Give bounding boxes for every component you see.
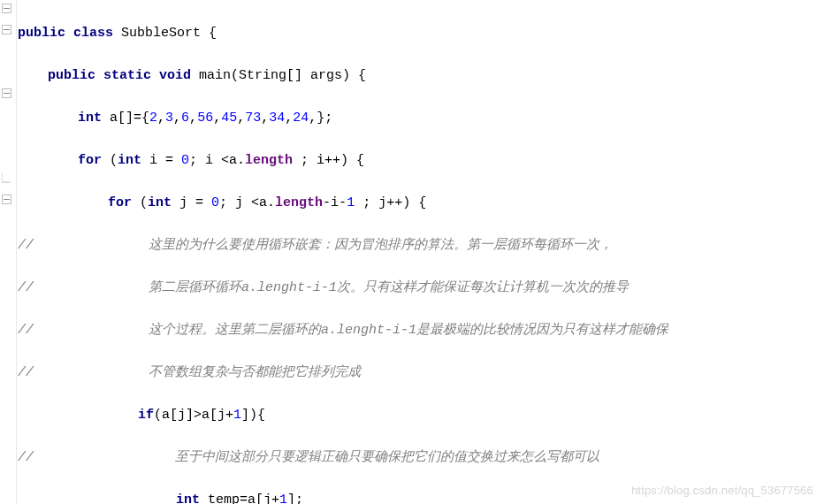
comment: 不管数组复杂与否都能把它排列完成 bbox=[149, 365, 361, 380]
code-line: public static void main(String[] args) { bbox=[18, 65, 824, 87]
gutter bbox=[0, 0, 17, 504]
code-line: //至于中间这部分只要逻辑正确只要确保把它们的值交换过来怎么写都可以 bbox=[18, 447, 824, 469]
code-line: for (int i = 0; i <a.length ; i++) { bbox=[18, 150, 824, 172]
kw-public-class: public class bbox=[18, 26, 113, 41]
fold-for-icon[interactable] bbox=[2, 88, 14, 101]
code-line: public class SubbleSort { bbox=[18, 23, 824, 44]
comment: 第二层循环循环a.lenght-i-1次。只有这样才能保证每次让计算机一次次的推… bbox=[149, 280, 629, 295]
class-name: SubbleSort bbox=[113, 26, 209, 41]
comment: 至于中间这部分只要逻辑正确只要确保把它们的值交换过来怎么写都可以 bbox=[175, 450, 599, 465]
method-main: main bbox=[191, 68, 231, 83]
code-line: for (int j = 0; j <a.length-i-1 ; j++) { bbox=[18, 193, 824, 214]
code-line: //第二层循环循环a.lenght-i-1次。只有这样才能保证每次让计算机一次次… bbox=[18, 278, 824, 299]
watermark: https://blog.csdn.net/qq_53677566 bbox=[631, 484, 813, 497]
fold-if-icon[interactable] bbox=[2, 195, 14, 207]
fold-class-icon[interactable] bbox=[2, 4, 14, 16]
comment: 这里的为什么要使用循环嵌套：因为冒泡排序的算法。第一层循环每循环一次， bbox=[149, 238, 613, 253]
code-line: //不管数组复杂与否都能把它排列完成 bbox=[18, 363, 824, 384]
comment: 这个过程。这里第二层循环的a.lenght-i-1是最极端的比较情况因为只有这样… bbox=[149, 323, 668, 338]
code-line: int a[]={2,3,6,56,45,73,34,24,}; bbox=[18, 108, 824, 129]
code-line: //这个过程。这里第二层循环的a.lenght-i-1是最极端的比较情况因为只有… bbox=[18, 320, 824, 341]
fold-end1-icon bbox=[2, 173, 14, 186]
code-editor[interactable]: public class SubbleSort { public static … bbox=[0, 0, 824, 504]
code-line: //这里的为什么要使用循环嵌套：因为冒泡排序的算法。第一层循环每循环一次， bbox=[18, 235, 824, 256]
kw-psv: public static void bbox=[48, 68, 191, 83]
fold-main-icon[interactable] bbox=[2, 25, 14, 37]
code-line: if(a[j]>a[j+1]){ bbox=[18, 405, 824, 426]
